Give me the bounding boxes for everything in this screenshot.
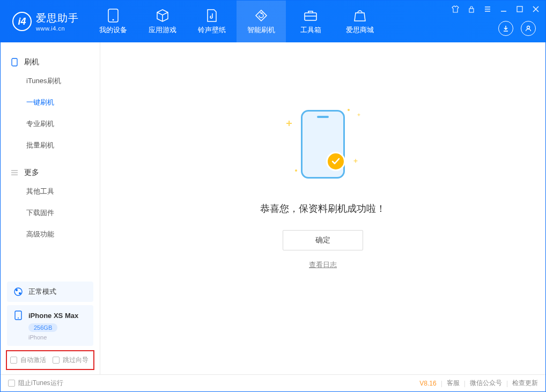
main-nav: 我的设备 应用游戏 铃声壁纸 智能刷机 工具箱: [88, 1, 385, 42]
menu-list-icon: [10, 168, 19, 177]
nav-ringtone-wallpaper[interactable]: 铃声壁纸: [187, 1, 237, 42]
phone-small-icon: [10, 58, 19, 66]
download-button[interactable]: [498, 21, 513, 36]
svg-point-5: [527, 26, 530, 29]
music-file-icon: [204, 8, 219, 23]
svg-point-11: [18, 317, 19, 319]
sidebar-item-batch-flash[interactable]: 批量刷机: [26, 135, 100, 156]
app-url: www.i4.cn: [36, 25, 79, 32]
mode-label: 正常模式: [28, 287, 56, 297]
checkbox-label: 跳过向导: [63, 356, 88, 365]
device-storage-badge: 256GB: [28, 323, 57, 332]
refresh-icon: [254, 8, 269, 23]
svg-rect-6: [12, 58, 17, 66]
sidebar-item-other-tools[interactable]: 其他工具: [26, 181, 100, 202]
checkbox-skip-guide[interactable]: 跳过向导: [53, 356, 88, 365]
nav-toolbox[interactable]: 工具箱: [286, 1, 335, 42]
header-right-actions: [498, 21, 536, 36]
maximize-icon[interactable]: [515, 5, 524, 13]
toolbox-icon: [303, 8, 318, 23]
sidebar-category-more: 更多: [1, 165, 100, 181]
checkbox-icon: [10, 357, 17, 364]
nav-apps-games[interactable]: 应用游戏: [138, 1, 187, 42]
version-label: V8.16: [419, 380, 436, 387]
lock-icon[interactable]: [467, 5, 476, 13]
main-content: 恭喜您，保资料刷机成功啦！ 确定 查看日志: [100, 42, 545, 374]
highlighted-checkbox-row: 自动激活 跳过向导: [6, 350, 94, 370]
window-controls: [451, 5, 540, 13]
svg-rect-4: [517, 6, 522, 12]
nav-store[interactable]: 爱思商城: [335, 1, 385, 42]
view-log-link[interactable]: 查看日志: [309, 260, 337, 270]
logo-icon: i4: [12, 12, 32, 31]
checkbox-block-itunes[interactable]: 阻止iTunes运行: [8, 379, 63, 388]
svg-rect-3: [469, 9, 474, 12]
svg-rect-2: [305, 13, 316, 20]
close-icon[interactable]: [532, 5, 540, 13]
device-icon: [106, 8, 121, 23]
sidebar-item-itunes-flash[interactable]: iTunes刷机: [26, 70, 100, 92]
footer-link-wechat[interactable]: 微信公众号: [470, 379, 502, 388]
nav-label: 铃声壁纸: [198, 25, 226, 35]
device-card[interactable]: iPhone XS Max 256GB iPhone: [7, 305, 93, 346]
sidebar-item-download-firmware[interactable]: 下载固件: [26, 202, 100, 224]
success-illustration: [275, 105, 371, 190]
nav-my-device[interactable]: 我的设备: [88, 1, 138, 42]
nav-label: 爱思商城: [346, 25, 374, 35]
mode-icon: [13, 287, 23, 297]
svg-point-9: [19, 292, 21, 294]
nav-label: 工具箱: [300, 25, 321, 35]
sidebar-item-advanced[interactable]: 高级功能: [26, 224, 100, 245]
svg-point-7: [14, 288, 22, 295]
checkbox-icon: [53, 357, 60, 364]
mode-card[interactable]: 正常模式: [7, 282, 93, 302]
ok-button[interactable]: 确定: [283, 230, 363, 250]
app-name: 爱思助手: [36, 11, 79, 25]
app-logo: i4 爱思助手 www.i4.cn: [1, 1, 88, 42]
checkbox-icon: [8, 380, 15, 387]
header-bar: i4 爱思助手 www.i4.cn 我的设备 应用游戏 铃声壁纸: [1, 1, 545, 42]
sidebar-item-oneclick-flash[interactable]: 一键刷机: [26, 92, 100, 113]
checkbox-label: 阻止iTunes运行: [18, 379, 63, 388]
status-bar: 阻止iTunes运行 V8.16 | 客服 | 微信公众号 | 检查更新: [1, 374, 545, 391]
nav-smart-flash[interactable]: 智能刷机: [237, 1, 286, 42]
checkbox-label: 自动激活: [20, 356, 46, 365]
user-button[interactable]: [521, 21, 536, 36]
sidebar-item-pro-flash[interactable]: 专业刷机: [26, 113, 100, 135]
sidebar-category-flash: 刷机: [1, 54, 100, 70]
sidebar: 刷机 iTunes刷机 一键刷机 专业刷机 批量刷机 更多 其他工具 下载固件 …: [1, 42, 100, 374]
bag-icon: [352, 8, 367, 23]
footer-link-support[interactable]: 客服: [447, 379, 460, 388]
minimize-icon[interactable]: [499, 5, 508, 13]
svg-point-8: [16, 289, 18, 291]
sidebar-category-label: 刷机: [24, 57, 39, 67]
menu-icon[interactable]: [483, 5, 492, 13]
nav-label: 智能刷机: [247, 25, 275, 35]
checkbox-auto-activate[interactable]: 自动激活: [10, 356, 46, 365]
device-type: iPhone: [28, 334, 87, 341]
device-name: iPhone XS Max: [28, 312, 78, 320]
check-badge-icon: [326, 152, 345, 171]
footer-link-update[interactable]: 检查更新: [512, 379, 538, 388]
success-message: 恭喜您，保资料刷机成功啦！: [260, 202, 386, 215]
cube-icon: [155, 8, 170, 23]
device-small-icon: [13, 310, 23, 320]
tshirt-icon[interactable]: [451, 5, 460, 13]
nav-label: 应用游戏: [149, 25, 176, 35]
sidebar-category-label: 更多: [24, 168, 39, 177]
nav-label: 我的设备: [99, 25, 127, 35]
svg-point-1: [113, 19, 114, 21]
